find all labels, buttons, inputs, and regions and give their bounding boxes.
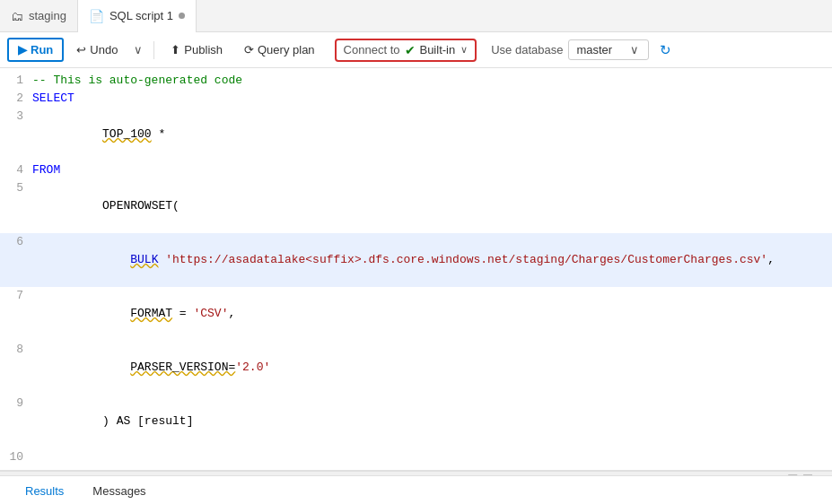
- tab-staging-label: staging: [29, 9, 66, 22]
- tab-messages[interactable]: Messages: [78, 476, 160, 505]
- run-button[interactable]: ▶ Run: [7, 38, 64, 62]
- code-content-10: [32, 448, 825, 466]
- publish-label: Publish: [184, 43, 223, 56]
- results-tab-label: Results: [25, 484, 64, 498]
- code-content-1: -- This is auto-generated code: [32, 72, 825, 90]
- query-plan-icon: ⟳: [244, 43, 254, 56]
- unsaved-dot: [179, 13, 185, 19]
- code-content-5: OPENROWSET(: [32, 179, 825, 233]
- line-num-7: 7: [7, 287, 32, 305]
- publish-icon: ⬆: [171, 43, 180, 56]
- code-content-4: FROM: [32, 161, 825, 179]
- refresh-icon: ↻: [660, 42, 671, 57]
- sql-script-icon: 📄: [89, 9, 104, 23]
- run-label: Run: [31, 43, 53, 56]
- line-num-1: 1: [7, 72, 32, 90]
- use-database-label: Use database: [491, 43, 563, 56]
- connect-to-label: Connect to: [344, 43, 400, 56]
- code-line-8: 8 PARSER_VERSION='2.0': [0, 341, 832, 395]
- connect-to-section[interactable]: Connect to ✔ Built-in ∨: [335, 39, 477, 62]
- code-content-3: TOP_100 *: [32, 108, 825, 161]
- code-line-7: 7 FORMAT = 'CSV',: [0, 287, 832, 341]
- code-content-8: PARSER_VERSION='2.0': [32, 341, 825, 395]
- code-line-3: 3 TOP_100 *: [0, 108, 832, 161]
- code-line-6: 6 BULK 'https://asadatalake<suffix>.dfs.…: [0, 233, 832, 287]
- resize-indicator: — —: [788, 469, 814, 479]
- undo-label: Undo: [90, 43, 118, 56]
- tab-sql-script-1[interactable]: 📄 SQL script 1: [78, 0, 197, 32]
- query-plan-button[interactable]: ⟳ Query plan: [235, 39, 324, 60]
- tab-results[interactable]: Results: [11, 476, 78, 505]
- code-content-7: FORMAT = 'CSV',: [32, 287, 825, 341]
- tab-bar: 🗂 staging 📄 SQL script 1: [0, 0, 832, 32]
- built-in-label: Built-in: [419, 43, 455, 56]
- database-select[interactable]: master ∨: [568, 39, 649, 60]
- line-num-3: 3: [7, 108, 32, 126]
- code-line-10: 10: [0, 448, 832, 466]
- query-plan-label: Query plan: [258, 43, 315, 56]
- line-num-10: 10: [7, 448, 32, 466]
- connect-value: ✔ Built-in: [405, 43, 455, 57]
- tab-sql-script-label: SQL script 1: [109, 9, 173, 22]
- line-num-5: 5: [7, 179, 32, 197]
- code-line-9: 9 ) AS [result]: [0, 395, 832, 448]
- use-database-section: Use database master ∨ ↻: [491, 39, 677, 60]
- code-editor[interactable]: 1 -- This is auto-generated code 2 SELEC…: [0, 68, 832, 471]
- toolbar-divider-1: [153, 41, 154, 59]
- line-num-2: 2: [7, 90, 32, 108]
- code-line-5: 5 OPENROWSET(: [0, 179, 832, 233]
- results-tabs: Results Messages: [0, 476, 832, 504]
- tab-staging[interactable]: 🗂 staging: [0, 0, 78, 32]
- publish-button[interactable]: ⬆ Publish: [162, 39, 232, 60]
- code-line-4: 4 FROM: [0, 161, 832, 179]
- code-line-1: 1 -- This is auto-generated code: [0, 72, 832, 90]
- messages-tab-label: Messages: [92, 484, 145, 498]
- database-chevron-icon: ∨: [630, 43, 639, 56]
- run-icon: ▶: [18, 43, 27, 56]
- code-line-2: 2 SELECT: [0, 90, 832, 108]
- line-num-8: 8: [7, 341, 32, 359]
- code-content-9: ) AS [result]: [32, 395, 825, 448]
- connect-chevron-icon[interactable]: ∨: [460, 44, 468, 56]
- code-content-2: SELECT: [32, 90, 825, 108]
- line-num-9: 9: [7, 395, 32, 413]
- connected-icon: ✔: [405, 43, 416, 57]
- line-num-4: 4: [7, 161, 32, 179]
- code-content-6: BULK 'https://asadatalake<suffix>.dfs.co…: [32, 233, 825, 287]
- database-value: master: [576, 43, 612, 56]
- refresh-button[interactable]: ↻: [654, 40, 677, 60]
- undo-icon: ↩: [76, 43, 86, 56]
- undo-button[interactable]: ↩ Undo: [67, 39, 127, 60]
- line-num-6: 6: [7, 233, 32, 251]
- staging-icon: 🗂: [11, 9, 23, 23]
- toolbar: ▶ Run ↩ Undo ∨ ⬆ Publish ⟳ Query plan Co…: [0, 32, 832, 68]
- undo-chevron[interactable]: ∨: [130, 41, 146, 58]
